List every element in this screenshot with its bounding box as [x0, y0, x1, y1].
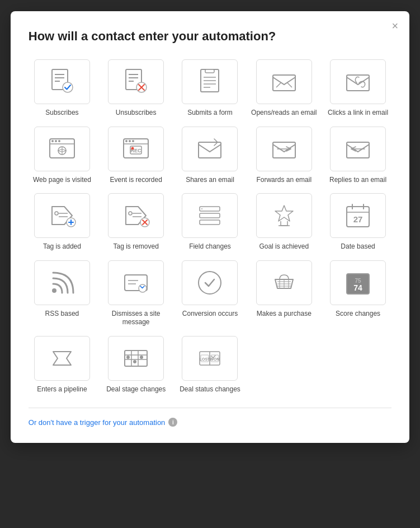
svg-point-23	[55, 140, 57, 142]
trigger-deal-status[interactable]: LOST WON Deal status changes	[176, 336, 243, 394]
icon-box-tag-removed	[108, 193, 164, 238]
trigger-label-deal-status: Deal status changes	[180, 385, 240, 394]
icon-box-enters-pipeline	[34, 336, 90, 381]
trigger-deal-stage[interactable]: Deal stage changes	[102, 336, 169, 394]
trigger-label-submits-form: Submits a form	[187, 109, 233, 118]
icon-box-unsubscribes	[108, 59, 164, 104]
trigger-field-changes[interactable]: Field changes	[176, 193, 243, 251]
icon-box-web-page	[34, 127, 90, 171]
icon-box-subscribes	[34, 59, 90, 104]
trigger-score-changes[interactable]: 75 74 Score changes	[324, 260, 391, 327]
icon-box-score-changes: 75 74	[330, 260, 386, 305]
trigger-label-replies-email: Replies to an email	[329, 176, 386, 185]
trigger-subscribes[interactable]: Subscribes	[29, 59, 96, 118]
svg-point-22	[51, 140, 54, 142]
trigger-label-dismisses-site: Dismisses a site message	[102, 310, 169, 327]
trigger-label-score-changes: Score changes	[336, 310, 380, 319]
trigger-tag-added[interactable]: Tag is added	[29, 193, 96, 251]
trigger-shares-email[interactable]: Shares an email	[176, 127, 243, 185]
trigger-conversion-occurs[interactable]: Conversion occurs	[176, 260, 243, 327]
trigger-clicks-link[interactable]: Clicks a link in email	[324, 59, 391, 118]
svg-point-65	[199, 272, 221, 294]
close-button[interactable]: ×	[392, 20, 399, 31]
trigger-label-conversion-occurs: Conversion occurs	[182, 310, 238, 319]
svg-rect-35	[199, 142, 221, 158]
trigger-label-tag-removed: Tag is removed	[114, 242, 159, 251]
svg-rect-51	[200, 213, 220, 218]
icon-box-event-recorded: REC	[108, 127, 164, 171]
trigger-label-opens-email: Opens/reads an email	[251, 109, 317, 118]
icon-box-date-based: 27	[330, 193, 386, 238]
icon-box-deal-stage	[108, 336, 164, 381]
trigger-unsubscribes[interactable]: Unsubscribes	[102, 59, 169, 118]
svg-rect-52	[200, 220, 220, 225]
no-trigger-link[interactable]: Or don't have a trigger for your automat…	[29, 418, 178, 427]
trigger-event-recorded[interactable]: REC Event is recorded	[102, 127, 169, 185]
svg-point-31	[132, 140, 134, 142]
trigger-label-goal-achieved: Goal is achieved	[259, 242, 309, 251]
svg-text:WON: WON	[210, 357, 220, 361]
icon-box-field-changes	[182, 193, 238, 238]
trigger-opens-email[interactable]: Opens/reads an email	[251, 59, 318, 118]
trigger-enters-pipeline[interactable]: Enters a pipeline	[29, 336, 96, 394]
trigger-label-event-recorded: Event is recorded	[110, 176, 162, 185]
footer-divider	[29, 408, 391, 408]
svg-rect-36	[273, 142, 295, 158]
trigger-label-deal-stage: Deal stage changes	[106, 385, 166, 394]
icon-box-tag-added	[34, 193, 90, 238]
svg-point-24	[58, 140, 60, 142]
icon-box-goal-achieved	[256, 193, 312, 238]
trigger-label-date-based: Date based	[341, 242, 375, 251]
trigger-label-field-changes: Field changes	[189, 242, 231, 251]
trigger-dismisses-site[interactable]: Dismisses a site message	[102, 260, 169, 327]
trigger-label-clicks-link: Clicks a link in email	[328, 109, 388, 118]
svg-rect-18	[273, 75, 295, 91]
trigger-label-tag-added: Tag is added	[43, 242, 81, 251]
trigger-forwards-email[interactable]: Forwards an email	[251, 127, 318, 185]
icon-box-clicks-link	[330, 59, 386, 104]
trigger-submits-form[interactable]: Submits a form	[176, 59, 243, 118]
icon-box-forwards-email	[256, 127, 312, 171]
icon-box-replies-email	[330, 127, 386, 171]
trigger-makes-purchase[interactable]: Makes a purchase	[251, 260, 318, 327]
icon-box-rss-based	[34, 260, 90, 305]
trigger-tag-removed[interactable]: Tag is removed	[102, 193, 169, 251]
modal-overlay[interactable]: × How will a contact enter your automati…	[0, 0, 420, 528]
trigger-label-unsubscribes: Unsubscribes	[116, 109, 157, 118]
trigger-label-rss-based: RSS based	[45, 310, 79, 319]
trigger-label-shares-email: Shares an email	[186, 176, 234, 185]
icon-box-opens-email	[256, 59, 312, 104]
modal-dialog: × How will a contact enter your automati…	[11, 11, 409, 443]
modal-title: How will a contact enter your automation…	[29, 29, 391, 44]
trigger-goal-achieved[interactable]: Goal is achieved	[251, 193, 318, 251]
trigger-label-web-page: Web page is visited	[33, 176, 91, 185]
svg-marker-75	[53, 352, 71, 365]
icon-box-shares-email	[182, 127, 238, 171]
svg-rect-37	[347, 142, 369, 158]
svg-point-60	[52, 288, 56, 293]
svg-point-81	[126, 356, 130, 359]
svg-point-83	[140, 356, 143, 359]
svg-point-30	[129, 140, 131, 142]
svg-rect-19	[347, 75, 369, 91]
icon-box-dismisses-site	[108, 260, 164, 305]
info-icon: i	[168, 418, 177, 427]
svg-text:LOST: LOST	[200, 357, 210, 361]
trigger-web-page-visited[interactable]: Web page is visited	[29, 127, 96, 185]
icon-box-conversion-occurs	[182, 260, 238, 305]
svg-rect-50	[200, 207, 220, 211]
trigger-date-based[interactable]: 27 Date based	[324, 193, 391, 251]
footer-link-text: Or don't have a trigger for your automat…	[29, 418, 166, 427]
trigger-label-makes-purchase: Makes a purchase	[257, 310, 312, 319]
icon-box-makes-purchase	[256, 260, 312, 305]
svg-point-4	[63, 82, 73, 92]
trigger-rss-based[interactable]: RSS based	[29, 260, 96, 327]
trigger-replies-email[interactable]: Replies to an email	[324, 127, 391, 185]
triggers-grid: Subscribes Unsubscribes	[29, 59, 391, 394]
svg-text:74: 74	[353, 283, 362, 292]
icon-box-submits-form	[182, 59, 238, 104]
trigger-label-subscribes: Subscribes	[45, 109, 78, 118]
svg-point-29	[125, 140, 128, 142]
trigger-label-forwards-email: Forwards an email	[256, 176, 312, 185]
svg-rect-13	[205, 69, 214, 73]
